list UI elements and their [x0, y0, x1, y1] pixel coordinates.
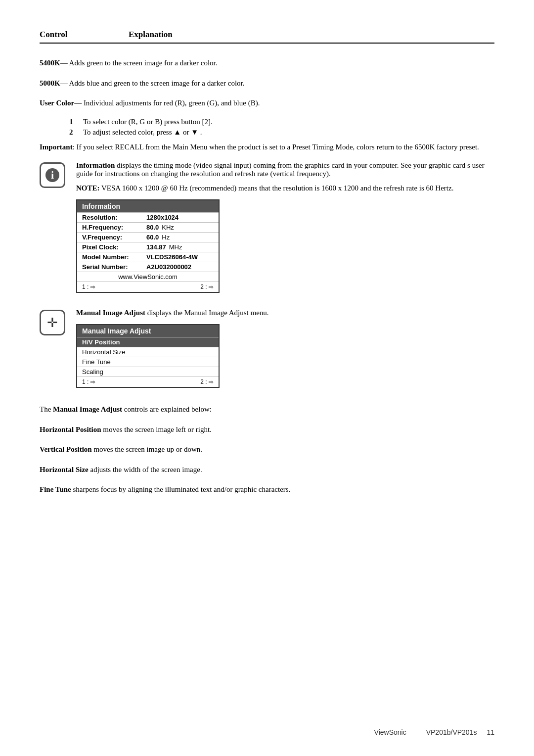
footer-model: VP201b/VP201s: [426, 728, 477, 736]
page-footer: ViewSonic VP201b/VP201s 11: [0, 728, 534, 736]
manual-bold: Manual Image Adjust: [76, 309, 145, 317]
term-5400k: 5400K: [40, 59, 60, 67]
info-table-header: Information: [77, 200, 219, 212]
note-rest: VESA 1600 x 1200 @ 60 Hz (recommended) m…: [100, 184, 454, 192]
manual-table: Manual Image Adjust H/V Position Horizon…: [76, 324, 220, 388]
info-unit-pixelclock: MHz: [169, 243, 182, 251]
info-label-vfreq: V.Frequency:: [82, 234, 146, 241]
hsize-bold: Horizontal Size: [40, 466, 89, 473]
info-value-resolution: 1280x1024: [146, 214, 178, 221]
finetune-rest: sharpens focus by aligning the illuminat…: [71, 485, 291, 493]
info-table-website: www.ViewSonic.com: [77, 272, 219, 282]
dash-5400k: —: [60, 59, 69, 67]
info-unit-hfreq: KHz: [162, 224, 174, 231]
info-icon-box: i: [40, 162, 65, 188]
header-control-label: Control: [40, 30, 129, 40]
dash-user-color: —: [74, 99, 84, 107]
finetune-bold: Fine Tune: [40, 485, 71, 493]
manual-table-wrapper: Manual Image Adjust H/V Position Horizon…: [76, 324, 269, 388]
step-2: 2 To adjust selected color, press ▲ or ▼…: [69, 128, 494, 137]
information-icon-block: i Information displays the timing mode (…: [40, 161, 494, 300]
desc-5000k: Adds blue and green to the screen image …: [69, 79, 245, 87]
information-text-block: Information displays the timing mode (vi…: [76, 161, 494, 300]
move-icon: ✛: [47, 315, 58, 331]
manual-controls-intro: The Manual Image Adjust controls are exp…: [40, 404, 494, 415]
info-row-serial: Serial Number: A2U032000002: [77, 262, 219, 272]
hsize-rest: adjusts the width of the screen image.: [89, 466, 202, 473]
term-5000k: 5000K: [40, 79, 60, 87]
info-value-vfreq: 60.0: [146, 234, 159, 241]
step-1-text: To select color (R, G or B) press button…: [83, 118, 213, 126]
entry-user-color: User Color— Individual adjustments for r…: [40, 97, 494, 109]
manual-rest: displays the Manual Image Adjust menu.: [145, 309, 269, 317]
entry-5400k: 5400K— Adds green to the screen image fo…: [40, 57, 494, 69]
note-bold: NOTE:: [76, 184, 100, 192]
info-label-serial: Serial Number:: [82, 263, 146, 271]
info-table: Information Resolution: 1280x1024 H.Freq…: [76, 199, 220, 293]
hpos-rest: moves the screen image left or right.: [101, 425, 212, 433]
numbered-steps: 1 To select color (R, G or B) press butt…: [69, 118, 494, 137]
hpos-bold: Horizontal Position: [40, 425, 101, 433]
information-rest: displays the timing mode (video signal i…: [76, 161, 485, 178]
info-btn1: 1 : ⇨: [82, 284, 95, 290]
manual-table-header: Manual Image Adjust: [77, 325, 219, 337]
manual-row-finetune: Fine Tune: [77, 357, 219, 367]
info-row-model: Model Number: VLCDS26064-4W: [77, 252, 219, 262]
important-note: Important: If you select RECALL from the…: [40, 142, 494, 153]
manual-text-block: Manual Image Adjust displays the Manual …: [76, 309, 269, 395]
info-row-resolution: Resolution: 1280x1024: [77, 212, 219, 222]
info-row-pixelclock: Pixel Clock: 134.87 MHz: [77, 242, 219, 252]
control-horizontal-size: Horizontal Size adjusts the width of the…: [40, 464, 494, 475]
info-label-model: Model Number:: [82, 253, 146, 261]
info-row-hfreq: H.Frequency: 80.0 KHz: [77, 222, 219, 232]
header-explanation-label: Explanation: [129, 30, 173, 40]
information-bold: Information: [76, 161, 115, 169]
dash-5000k: —: [60, 79, 69, 87]
important-label: Important: [40, 143, 73, 151]
footer-page: 11: [487, 728, 494, 736]
page-content: Control Explanation 5400K— Adds green to…: [0, 0, 534, 544]
manual-intro-rest: controls are explained below:: [122, 405, 212, 413]
vpos-bold: Vertical Position: [40, 445, 92, 453]
manual-row-hsize: Horizontal Size: [77, 347, 219, 357]
info-table-wrapper: Information Resolution: 1280x1024 H.Freq…: [76, 199, 494, 293]
manual-image-adjust-block: ✛ Manual Image Adjust displays the Manua…: [40, 309, 494, 395]
control-vertical-position: Vertical Position moves the screen image…: [40, 444, 494, 455]
manual-row-scaling: Scaling: [77, 367, 219, 377]
info-unit-vfreq: Hz: [162, 234, 170, 241]
manual-intro-bold: Manual Image Adjust: [53, 405, 122, 413]
step-2-text: To adjust selected color, press ▲ or ▼ .: [83, 128, 202, 137]
move-icon-box: ✛: [40, 310, 65, 335]
info-icon: i: [45, 168, 59, 182]
desc-5400k: Adds green to the screen image for a dar…: [69, 59, 218, 67]
info-row-vfreq: V.Frequency: 60.0 Hz: [77, 232, 219, 242]
entry-5000k: 5000K— Adds blue and green to the screen…: [40, 78, 494, 89]
term-user-color: User Color: [40, 99, 74, 107]
info-label-resolution: Resolution:: [82, 214, 146, 221]
desc-user-color: Individual adjustments for red (R), gree…: [84, 99, 260, 107]
control-fine-tune: Fine Tune sharpens focus by aligning the…: [40, 484, 494, 495]
info-table-buttons: 1 : ⇨ 2 : ⇨: [77, 282, 219, 292]
footer-brand: ViewSonic: [374, 728, 406, 736]
manual-row-hvposition: H/V Position: [77, 337, 219, 347]
manual-table-buttons: 1 : ⇨ 2 : ⇨: [77, 377, 219, 387]
info-value-serial: A2U032000002: [146, 263, 191, 271]
manual-btn1: 1 : ⇨: [82, 378, 95, 385]
step-1: 1 To select color (R, G or B) press butt…: [69, 118, 494, 126]
manual-intro-the: The: [40, 405, 53, 413]
info-label-hfreq: H.Frequency:: [82, 224, 146, 231]
info-value-hfreq: 80.0: [146, 224, 159, 231]
info-value-model: VLCDS26064-4W: [146, 253, 198, 261]
manual-btn2: 2 : ⇨: [200, 378, 214, 385]
info-value-pixelclock: 134.87: [146, 243, 166, 251]
info-btn2: 2 : ⇨: [200, 284, 214, 290]
vpos-rest: moves the screen image up or down.: [92, 445, 202, 453]
control-horizontal-position: Horizontal Position moves the screen ima…: [40, 424, 494, 435]
info-label-pixelclock: Pixel Clock:: [82, 243, 146, 251]
table-header: Control Explanation: [40, 30, 494, 44]
